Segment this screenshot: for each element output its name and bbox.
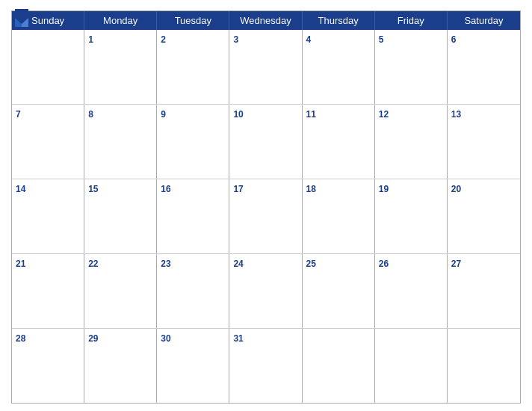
day-cell-21: 21 — [12, 254, 84, 328]
day-cell-14: 14 — [12, 179, 84, 253]
day-number: 1 — [88, 34, 93, 45]
day-number: 22 — [88, 259, 98, 269]
day-cell-26: 26 — [375, 254, 448, 328]
day-number: 7 — [16, 109, 21, 120]
day-number: 28 — [16, 333, 25, 344]
day-number: 17 — [233, 184, 243, 194]
day-cell-22: 22 — [84, 254, 157, 328]
day-cell-29: 29 — [84, 329, 157, 403]
day-cell-2: 2 — [157, 30, 229, 104]
logo-icon — [13, 7, 30, 28]
day-number: 13 — [451, 109, 461, 120]
day-number: 12 — [379, 109, 389, 120]
day-cell-11: 11 — [303, 105, 375, 179]
week-row-2: 14151617181920 — [12, 179, 520, 253]
day-cell-30: 30 — [157, 329, 229, 403]
day-number: 30 — [161, 333, 170, 344]
day-number: 14 — [16, 184, 25, 194]
day-cell-13: 13 — [448, 105, 520, 179]
day-headers-row: SundayMondayTuesdayWednesdayThursdayFrid… — [12, 11, 520, 30]
day-cell-24: 24 — [229, 254, 302, 328]
day-number: 25 — [306, 259, 316, 269]
day-cell-9: 9 — [157, 105, 229, 179]
day-cell-10: 10 — [229, 105, 302, 179]
day-cell-6: 6 — [448, 30, 520, 104]
week-row-4: 28293031 — [12, 328, 520, 403]
day-header-wednesday: Wednesday — [229, 11, 302, 30]
day-cell-4: 4 — [303, 30, 375, 104]
day-number: 29 — [88, 333, 98, 344]
day-cell-1: 1 — [84, 30, 157, 104]
day-cell-3: 3 — [229, 30, 302, 104]
day-number: 3 — [233, 34, 238, 45]
calendar-page: SundayMondayTuesdayWednesdayThursdayFrid… — [0, 0, 532, 411]
day-number: 24 — [233, 259, 243, 269]
day-header-thursday: Thursday — [303, 11, 375, 30]
calendar-grid: SundayMondayTuesdayWednesdayThursdayFrid… — [11, 10, 521, 404]
day-number: 11 — [306, 109, 316, 120]
week-row-3: 21222324252627 — [12, 253, 520, 328]
day-number: 19 — [379, 184, 389, 194]
day-number: 21 — [16, 259, 25, 269]
week-row-0: 123456 — [12, 30, 520, 104]
day-cell-25: 25 — [303, 254, 375, 328]
day-header-saturday: Saturday — [448, 11, 520, 30]
day-number: 9 — [161, 109, 166, 120]
day-cell-5: 5 — [375, 30, 448, 104]
day-number: 18 — [306, 184, 316, 194]
day-cell-empty — [12, 30, 84, 104]
day-number: 10 — [233, 109, 243, 120]
day-header-monday: Monday — [84, 11, 157, 30]
day-cell-19: 19 — [375, 179, 448, 253]
day-cell-8: 8 — [84, 105, 157, 179]
day-cell-27: 27 — [448, 254, 520, 328]
day-cell-7: 7 — [12, 105, 84, 179]
day-number: 31 — [233, 333, 243, 344]
day-cell-18: 18 — [303, 179, 375, 253]
day-number: 6 — [451, 34, 457, 45]
day-cell-20: 20 — [448, 179, 520, 253]
day-number: 5 — [379, 34, 384, 45]
day-header-tuesday: Tuesday — [157, 11, 229, 30]
day-number: 15 — [88, 184, 98, 194]
logo — [11, 7, 30, 28]
day-cell-12: 12 — [375, 105, 448, 179]
week-row-1: 78910111213 — [12, 104, 520, 179]
day-number: 16 — [161, 184, 170, 194]
day-number: 8 — [88, 109, 93, 120]
day-number: 20 — [451, 184, 461, 194]
day-cell-31: 31 — [229, 329, 302, 403]
day-number: 27 — [451, 259, 461, 269]
day-cell-28: 28 — [12, 329, 84, 403]
day-cell-15: 15 — [84, 179, 157, 253]
day-number: 26 — [379, 259, 389, 269]
day-number: 2 — [161, 34, 166, 45]
day-number: 23 — [161, 259, 170, 269]
weeks-container: 1234567891011121314151617181920212223242… — [12, 30, 520, 403]
day-cell-empty — [375, 329, 448, 403]
day-cell-16: 16 — [157, 179, 229, 253]
day-cell-17: 17 — [229, 179, 302, 253]
day-number: 4 — [306, 34, 312, 45]
day-header-friday: Friday — [375, 11, 448, 30]
day-cell-23: 23 — [157, 254, 229, 328]
day-cell-empty — [448, 329, 520, 403]
day-cell-empty — [303, 329, 375, 403]
